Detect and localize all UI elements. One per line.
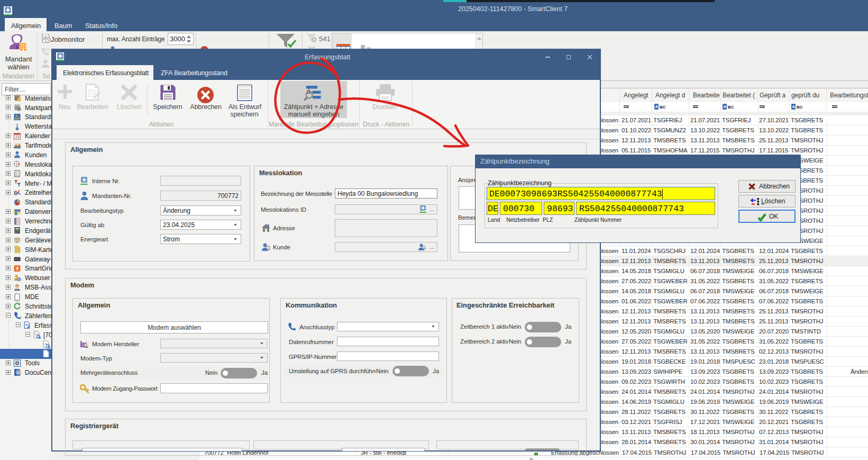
svg-text:SLP: SLP <box>15 118 20 120</box>
svg-text:G: G <box>15 114 18 117</box>
svg-text:23: 23 <box>15 135 20 139</box>
svg-text:@: @ <box>17 371 20 374</box>
